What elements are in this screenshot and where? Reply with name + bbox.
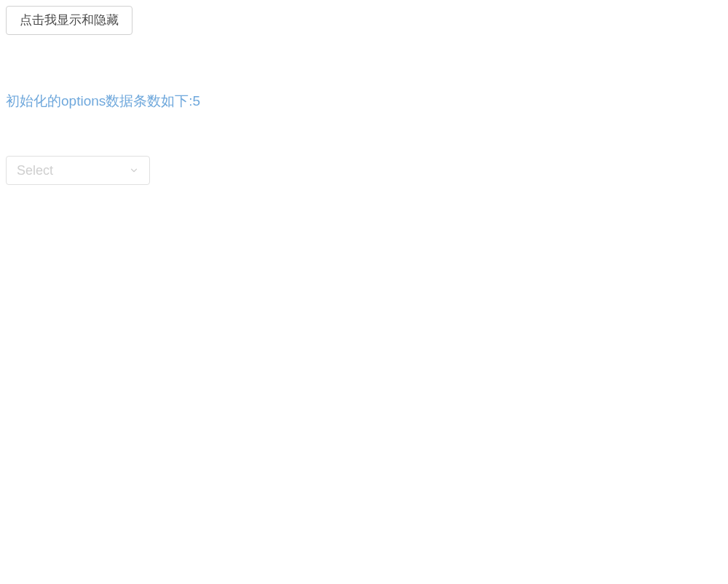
select-wrapper: Select bbox=[6, 156, 150, 185]
select-dropdown[interactable]: Select bbox=[6, 156, 150, 185]
select-placeholder: Select bbox=[17, 163, 53, 178]
chevron-down-icon bbox=[129, 165, 139, 175]
options-count-status: 初始化的options数据条数如下:5 bbox=[6, 92, 722, 111]
toggle-show-hide-button[interactable]: 点击我显示和隐藏 bbox=[6, 6, 132, 35]
